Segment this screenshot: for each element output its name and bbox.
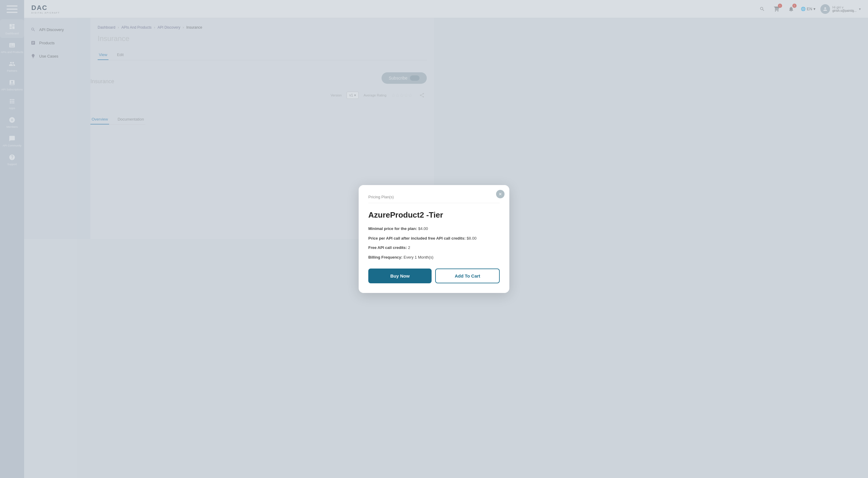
modal-header: Pricing Plan(s) [368, 195, 434, 203]
modal-minimal-price-value: $4.00 [418, 226, 428, 231]
modal-minimal-price-label: Minimal price for the plan: [368, 226, 417, 231]
modal-minimal-price: Minimal price for the plan: $4.00 [368, 226, 434, 232]
modal-price-per-call: Price per API call after included free A… [368, 235, 434, 239]
modal-price-per-call-label: Price per API call after included free A… [368, 236, 434, 239]
modal-overlay[interactable]: ✕ Pricing Plan(s) AzureProduct2 -Tier Mi… [0, 0, 434, 239]
modal-plan-title: AzureProduct2 -Tier [368, 211, 434, 220]
pricing-modal: ✕ Pricing Plan(s) AzureProduct2 -Tier Mi… [359, 185, 434, 239]
